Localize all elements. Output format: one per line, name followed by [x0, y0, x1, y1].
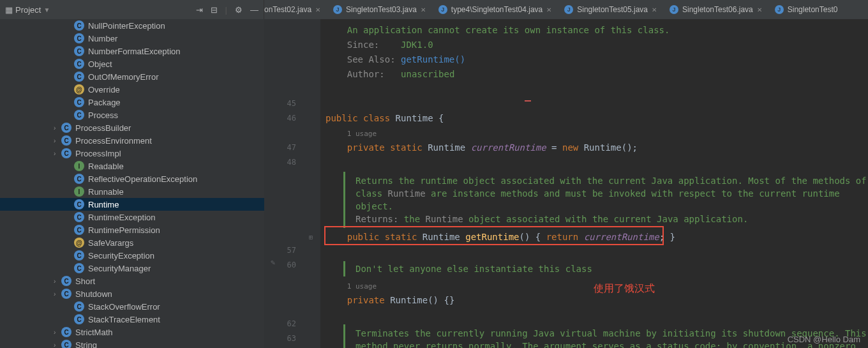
tab-label: etonTest02.java [264, 5, 311, 14]
tree-item-label: StackOverflowError [88, 302, 160, 312]
editor-tab[interactable]: etonTest02.java✕ [264, 0, 327, 19]
tree-item-label: ProcessImpl [75, 149, 121, 158]
tree-item-number[interactable]: CNumber [0, 32, 264, 45]
close-icon[interactable]: ✕ [421, 6, 426, 13]
kw-public: public [326, 113, 358, 123]
class-type-icon: C [74, 110, 84, 120]
doc-line: class [355, 188, 388, 199]
tree-item-runtime[interactable]: CRuntime [0, 198, 264, 211]
expand-arrow-icon[interactable]: › [54, 291, 61, 298]
tree-item-runnable[interactable]: IRunnable [0, 185, 264, 198]
tree-item-processbuilder[interactable]: ›CProcessBuilder [0, 121, 264, 134]
class-type-icon: C [61, 289, 71, 299]
tree-item-label: SecurityException [88, 251, 154, 261]
tree-item-numberformatexception[interactable]: CNumberFormatException [0, 45, 264, 57]
usage-hint[interactable]: 1 usage [347, 130, 377, 138]
tree-item-reflectiveoperationexception[interactable]: CReflectiveOperationException [0, 172, 264, 185]
collapse-all-icon[interactable]: ⊟ [211, 5, 218, 15]
expand-arrow-icon[interactable]: › [54, 342, 61, 349]
expand-arrow-icon[interactable]: › [54, 150, 61, 157]
class-type-icon: C [74, 97, 84, 107]
class-type-icon: C [74, 250, 84, 261]
tree-item-string[interactable]: ›CString [0, 338, 264, 348]
line-number: 45 [264, 96, 296, 111]
tree-item-runtimepermission[interactable]: CRuntimePermission [0, 223, 264, 236]
kw-static: static [390, 142, 423, 153]
gear-icon[interactable]: ⚙ [235, 5, 243, 15]
tree-item-label: ReflectiveOperationException [88, 174, 197, 184]
project-label: Project [15, 5, 41, 15]
java-file-icon: J [670, 5, 678, 14]
tree-item-process[interactable]: CProcess [0, 109, 264, 121]
tree-item-runtimeexception[interactable]: CRuntimeException [0, 211, 264, 223]
tree-item-outofmemoryerror[interactable]: COutOfMemoryError [0, 70, 264, 83]
tab-label: SingletonTest05.java [577, 5, 648, 14]
close-icon[interactable]: ✕ [757, 6, 762, 13]
close-icon[interactable]: ✕ [652, 6, 657, 13]
tree-item-short[interactable]: ›CShort [0, 275, 264, 287]
fold-column: ⊞ ✎ [309, 19, 320, 348]
expand-arrow-icon[interactable]: › [54, 137, 61, 144]
tree-item-securitymanager[interactable]: CSecurityManager [0, 262, 264, 275]
editor-tab[interactable]: JSingletonTest03.java✕ [327, 0, 432, 19]
close-icon[interactable]: ✕ [546, 6, 551, 13]
doc-since-label: Since: [347, 40, 380, 50]
kw-class: class [363, 113, 390, 123]
tree-item-label: Short [75, 276, 95, 286]
tree-item-processimpl[interactable]: ›CProcessImpl [0, 147, 264, 160]
editor-tab[interactable]: JSingletonTest05.java✕ [558, 0, 663, 19]
tree-item-label: OutOfMemoryError [88, 72, 159, 82]
tree-item-stacktraceelement[interactable]: CStackTraceElement [0, 313, 264, 326]
project-tree[interactable]: CNullPointerExceptionCNumberCNumberForma… [0, 19, 264, 348]
annotation-text: 使用了饿汉式 [594, 281, 655, 296]
tree-item-strictmath[interactable]: ›CStrictMath [0, 326, 264, 338]
class-type-icon: C [74, 301, 84, 312]
tree-item-securityexception[interactable]: CSecurityException [0, 249, 264, 262]
editor-tab[interactable]: JSingletonTest0 [768, 0, 844, 19]
class-type-icon: @ [74, 238, 84, 248]
class-type-icon: C [74, 314, 84, 324]
java-file-icon: J [333, 5, 342, 14]
usage-hint[interactable]: 1 usage [347, 282, 377, 291]
kw-private: private [347, 142, 385, 153]
doc-line: object. [355, 200, 868, 213]
expand-arrow-icon[interactable]: › [54, 125, 61, 132]
editor-tab[interactable]: Jtype4\SingletonTest04.java✕ [432, 0, 558, 19]
line-number [264, 38, 296, 52]
class-name: Runtime [396, 113, 433, 123]
close-icon[interactable]: ✕ [315, 6, 320, 13]
line-number [264, 170, 296, 185]
tab-label: SingletonTest06.java [682, 5, 753, 14]
tree-item-stackoverflowerror[interactable]: CStackOverflowError [0, 300, 264, 313]
doc-author-value: unascribed [401, 69, 454, 79]
hide-icon[interactable]: — [250, 5, 258, 15]
tree-item-shutdown[interactable]: ›CShutdown [0, 287, 264, 300]
line-number [264, 302, 296, 317]
editor-tab[interactable]: JSingletonTest06.java✕ [663, 0, 768, 19]
code-content[interactable]: An application cannot create its own ins… [320, 19, 868, 348]
doc-text: An application cannot create its own ins… [347, 25, 670, 35]
expand-arrow-icon[interactable]: › [54, 278, 61, 285]
tree-item-safevarargs[interactable]: @SafeVarargs [0, 236, 264, 249]
doc-line: Don't let anyone else instantiate this c… [355, 262, 868, 275]
expand-arrow-icon[interactable]: › [54, 329, 61, 336]
tree-item-label: SecurityManager [88, 264, 151, 273]
tree-item-readable[interactable]: IReadable [0, 160, 264, 172]
tree-item-processenvironment[interactable]: ›CProcessEnvironment [0, 134, 264, 147]
code-editor[interactable]: 4546474857606263 ⊞ ✎ An application cann… [264, 19, 868, 348]
tree-item-package[interactable]: CPackage [0, 96, 264, 109]
class-type-icon: C [61, 135, 71, 146]
class-type-icon: C [74, 46, 84, 56]
select-opened-file-icon[interactable]: ⇥ [196, 5, 203, 15]
line-number [264, 126, 296, 140]
fold-expand-icon[interactable]: ⊞ [309, 234, 313, 241]
line-number [264, 185, 296, 199]
kw-static: static [385, 232, 417, 242]
tree-item-override[interactable]: @Override [0, 83, 264, 96]
dropdown-arrow-icon[interactable]: ▼ [43, 6, 50, 13]
tree-item-object[interactable]: CObject [0, 57, 264, 70]
class-type-icon: C [74, 72, 84, 82]
doc-seealso-link[interactable]: getRuntime() [401, 54, 465, 64]
tree-item-nullpointerexception[interactable]: CNullPointerException [0, 19, 264, 32]
type-runtime: Runtime [423, 232, 460, 242]
